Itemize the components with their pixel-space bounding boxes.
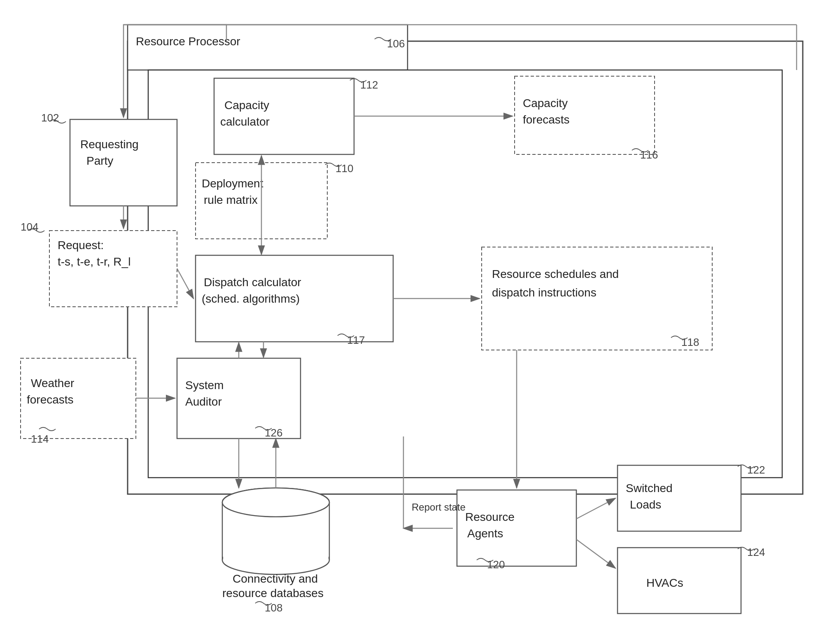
arrow-agents-to-hvacs (576, 539, 615, 568)
hvacs-label: HVACs (646, 576, 683, 589)
requesting-party-box (70, 119, 177, 206)
capacity-forecasts-label-1: Capacity (523, 97, 568, 110)
requesting-party-label-1: Requesting (80, 138, 139, 151)
requesting-party-label-2: Party (86, 154, 113, 167)
ref-114: 114 (31, 433, 49, 445)
ref-106: 106 (387, 37, 405, 50)
dispatch-calc-label-1: Dispatch calculator (204, 276, 301, 289)
ref-116: 116 (640, 149, 658, 161)
capacity-forecasts-label-2: forecasts (523, 113, 570, 126)
weather-label-2: forecasts (27, 393, 74, 406)
db-label-1: Connectivity and (233, 572, 318, 585)
switched-loads-label-1: Switched (626, 482, 673, 495)
ref-118: 118 (681, 336, 699, 348)
resource-processor-title: Resource Processor (136, 35, 240, 48)
ref-120: 120 (487, 558, 505, 571)
ref-102: 102 (41, 112, 59, 124)
ref-104: 104 (21, 221, 38, 233)
ref-110: 110 (336, 162, 353, 175)
report-state-label: Report state (412, 502, 466, 513)
resource-agents-label-2: Agents (467, 527, 503, 540)
ref-126: 126 (265, 427, 282, 439)
capacity-calc-label-1: Capacity (224, 99, 269, 112)
db-label-2: resource databases (222, 587, 324, 600)
dispatch-calc-label-2: (sched. algorithms) (202, 292, 300, 305)
ref-122: 122 (747, 464, 765, 476)
deployment-rule-label-2: rule matrix (204, 194, 258, 206)
ref-124: 124 (747, 546, 765, 558)
request-label-2: t‑s, t‑e, t‑r, R_l (58, 255, 131, 268)
ref-117: 117 (347, 334, 365, 346)
resource-sched-label-2: dispatch instructions (492, 286, 597, 299)
ref-112: 112 (360, 79, 378, 91)
weather-label-1: Weather (31, 377, 74, 390)
arrow-agents-to-switched (576, 498, 615, 519)
system-auditor-label-2: Auditor (185, 395, 222, 408)
system-auditor-label-1: System (185, 379, 224, 392)
resource-agents-label-1: Resource (465, 511, 515, 523)
capacity-calc-label-2: calculator (220, 115, 270, 128)
resource-sched-label-1: Resource schedules and (492, 268, 619, 280)
diagram: Resource Processor 106 Requesting Party … (0, 0, 832, 644)
switched-loads-label-2: Loads (630, 498, 661, 511)
db-top-ellipse2 (222, 488, 329, 517)
deployment-rule-label-1: Deployment (202, 177, 263, 190)
request-label-1: Request: (58, 239, 104, 252)
ref-108: 108 (265, 602, 282, 614)
